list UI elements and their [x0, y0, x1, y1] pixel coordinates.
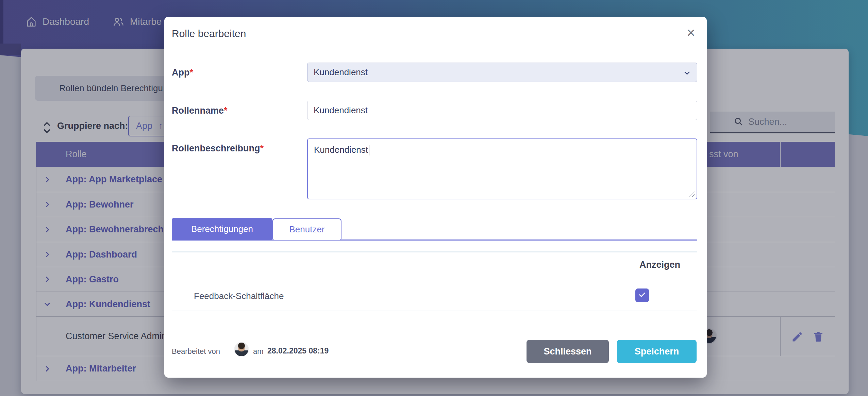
app-select[interactable]: Kundendienst — [307, 63, 697, 82]
screen: Dashboard Mitarbe Rollen bündeln Berecht… — [0, 0, 868, 396]
text-caret — [369, 145, 369, 155]
permission-row-label: Feedback-Schaltfläche — [194, 291, 284, 301]
rollenname-value: Kundendienst — [314, 105, 368, 116]
app-select-value: Kundendienst — [314, 67, 368, 78]
tab-benutzer[interactable]: Benutzer — [272, 218, 341, 241]
editor-avatar — [234, 342, 249, 357]
app-field-label: App* — [172, 67, 193, 78]
required-asterisk: * — [260, 143, 264, 153]
required-asterisk: * — [189, 67, 193, 78]
check-icon — [638, 290, 647, 300]
required-asterisk: * — [224, 105, 228, 116]
divider — [172, 251, 697, 252]
anzeigen-checkbox[interactable] — [635, 288, 649, 302]
speichern-button[interactable]: Speichern — [617, 340, 697, 363]
rollenname-input[interactable]: Kundendienst — [307, 101, 697, 120]
rollenbeschreibung-value: Kundendienst — [314, 145, 368, 155]
edited-timestamp: 28.02.2025 08:19 — [267, 346, 329, 356]
tab-berechtigungen[interactable]: Berechtigungen — [172, 218, 272, 241]
am-label: am — [253, 347, 264, 356]
rollenbeschreibung-textarea[interactable]: Kundendienst — [307, 138, 697, 199]
close-icon[interactable]: ✕ — [686, 27, 696, 39]
chevron-down-icon — [683, 69, 691, 80]
rollenname-field-label: Rollenname* — [172, 105, 228, 116]
schliessen-button[interactable]: Schliessen — [527, 340, 609, 363]
rollenbeschreibung-field-label: Rollenbeschreibung* — [172, 143, 264, 154]
resize-handle[interactable] — [689, 192, 695, 197]
divider — [172, 311, 697, 311]
permissions-column-header: Anzeigen — [578, 260, 680, 270]
edited-by-label: Bearbeitet von — [172, 347, 220, 356]
modal-title: Rolle bearbeiten — [172, 28, 246, 39]
